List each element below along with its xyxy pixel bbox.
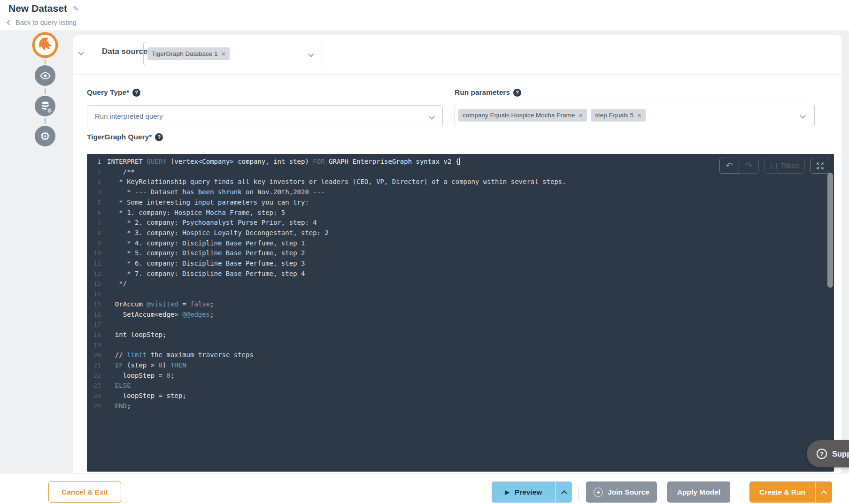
data-source-collapse-chevron-icon[interactable] [78,49,84,55]
code-line[interactable]: 20 // limit the maximum traverse steps [87,350,834,360]
line-number: 5 [87,198,101,208]
line-number: 16 [87,310,101,320]
line-number: 13 [87,279,101,289]
run-parameters-select[interactable]: company Equals Hospice Mocha Frame×step … [455,104,815,126]
code-line[interactable]: 3 * KeyRelationship query finds all key … [87,177,834,187]
code-line[interactable]: 25 END; [87,401,834,412]
code-line[interactable]: 14 [87,289,834,299]
code-line[interactable]: 21 IF (step > 8) THEN [87,360,834,371]
apply-model-button[interactable]: Apply Model [667,481,730,503]
step-connector [45,60,46,64]
support-label: Support [832,450,849,458]
query-code-editor[interactable]: ↶ ↷ {:} Token 1INTERPRET QUERY (vertex [87,154,834,472]
create-run-button[interactable]: Create & Run [749,481,815,503]
code-line[interactable]: 17 [87,320,834,330]
code-line[interactable]: 22 loopStep = 8; [87,371,834,381]
tigergraph-logo[interactable] [32,32,58,58]
data-source-select[interactable]: TigerGraph Database 1× [143,42,322,65]
code-line[interactable]: 12 * 7. company: Discipline Base Perfume… [87,269,834,279]
settings-step-button[interactable]: ⚙ [35,126,55,146]
line-number: 25 [87,401,101,412]
question-circle-icon: ? [817,449,827,459]
code-line[interactable]: 9 * 4. company: Discipline Base Perfume,… [87,238,834,249]
preview-options-button[interactable] [556,481,572,503]
step-connector [45,88,46,94]
redo-button[interactable]: ↷ [739,158,759,174]
text-cursor [459,158,460,165]
remove-tag-icon[interactable]: × [637,112,641,118]
data-source-step-button[interactable]: ⚙ [35,96,55,116]
line-number: 9 [87,238,101,249]
code-text: * 5. company: Discipline Base Perfume, s… [107,248,305,259]
cancel-exit-button[interactable]: Cancel & Exit [48,481,121,503]
editor-scrollbar[interactable] [827,173,833,288]
code-text: * 4. company: Discipline Base Perfume, s… [107,238,305,249]
button-separator [579,486,579,499]
line-number: 10 [87,248,101,259]
preview-step-button[interactable] [35,65,55,86]
code-text: ELSE [107,381,131,391]
expand-icon [816,161,825,170]
code-lines: 1INTERPRET QUERY (vertex<Company> compan… [87,157,834,412]
code-line[interactable]: 13 */ [87,279,834,289]
remove-tag-icon[interactable]: × [579,112,583,118]
code-line[interactable]: 19 [87,340,834,351]
edit-title-icon[interactable]: ✎ [73,4,79,13]
support-button[interactable]: ? Support [807,440,849,467]
query-type-select[interactable]: Run interpreted query [87,105,443,127]
line-number: 20 [87,350,101,360]
line-number: 3 [87,177,101,187]
line-number: 23 [87,381,101,391]
code-line[interactable]: 10 * 5. company: Discipline Base Perfume… [87,248,834,259]
page-title: New Dataset [8,3,67,14]
token-button[interactable]: {:} Token [764,158,805,174]
code-text: * 1. company: Hospice Mocha Frame, step:… [107,208,285,218]
undo-icon: ↶ [726,160,733,171]
token-braces-icon: {:} [771,162,778,169]
tigergraph-query-help-icon[interactable]: ? [155,133,163,141]
token-button-label: Token [781,162,799,169]
preview-button[interactable]: ▶ Preview [492,481,556,503]
line-number: 2 [87,167,101,177]
line-number: 18 [87,330,101,340]
query-type-help-icon[interactable]: ? [132,89,140,97]
fullscreen-button[interactable] [810,158,829,174]
code-text: */ [107,279,127,289]
line-number: 14 [87,289,101,299]
apply-model-label: Apply Model [677,488,720,496]
join-source-button[interactable]: + Join Source [586,481,657,503]
undo-button[interactable]: ↶ [719,158,739,174]
tigergraph-query-label: TigerGraph Query* [87,133,152,141]
code-line[interactable]: 11 * 6. company: Discipline Base Perfume… [87,259,834,269]
line-number: 1 [87,157,101,167]
code-line[interactable]: 6 * 1. company: Hospice Mocha Frame, ste… [87,208,834,218]
code-line[interactable]: 16 SetAccum<edge> @@edges; [87,310,834,320]
code-text: * KeyRelationship query finds all key in… [107,177,566,187]
line-number: 6 [87,208,101,218]
code-line[interactable]: 8 * 3. company: Hospice Loyalty Deconges… [87,228,834,238]
tag-label: step Equals 5 [595,112,633,119]
code-line[interactable]: 7 * 2. company: Psychoanalyst Purse Prio… [87,218,834,228]
eye-icon [40,70,51,81]
back-to-query-listing-link[interactable]: Back to query listing [8,19,77,26]
remove-tag-icon[interactable]: × [222,51,226,57]
code-line[interactable]: 23 ELSE [87,381,834,391]
line-number: 21 [87,360,101,371]
create-run-options-button[interactable] [815,481,832,503]
create-run-label: Create & Run [759,488,805,496]
run-parameters-help-icon[interactable]: ? [513,89,521,97]
code-line[interactable]: 15 OrAccum @visited = false; [87,299,834,310]
redo-icon: ↷ [745,160,752,171]
code-line[interactable]: 24 loopStep = step; [87,391,834,401]
code-text: IF (step > 8) THEN [107,360,186,371]
line-number: 19 [87,340,101,351]
preview-label: Preview [515,488,542,496]
code-text: SetAccum<edge> @@edges; [107,310,214,320]
code-line[interactable]: 4 * --- Dataset has been shrunk on Nov.2… [87,187,834,198]
tag: TigerGraph Database 1× [147,47,230,60]
chevron-up-icon [821,490,827,496]
code-text: * Some interesting input parameters you … [107,198,309,208]
code-line[interactable]: 18 int loopStep; [87,330,834,340]
chevron-down-icon [429,114,435,120]
code-line[interactable]: 5 * Some interesting input parameters yo… [87,198,834,208]
